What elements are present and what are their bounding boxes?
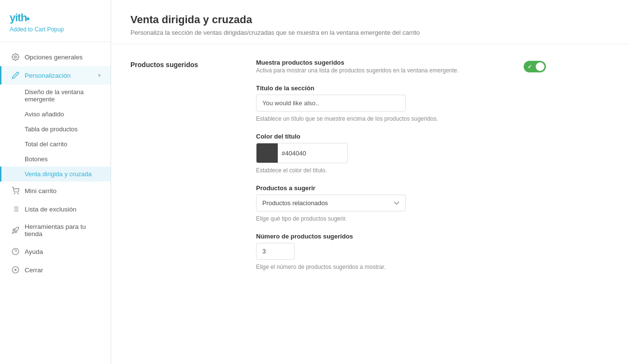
sidebar-logo: yith Added to Cart Popup [0,0,111,38]
sidebar-item-cerrar[interactable]: Cerrar [0,261,111,279]
productos-sugerir-select[interactable]: Productos relacionados Upsells Cross-sel… [256,195,406,211]
page-subtitle: Personaliza la sección de ventas dirigid… [130,29,609,36]
sidebar-item-label: Herramientas para tu tienda [25,223,101,238]
gear-icon [11,53,20,61]
sidebar-item-label: Ayuda [25,248,43,255]
productos-sugerir-description: Elige qué tipo de productos sugerir. [256,215,546,222]
submenu-item-total[interactable]: Total del carrito [0,137,111,152]
titulo-seccion-input[interactable] [256,95,406,112]
list-icon [11,205,20,213]
field-productos-sugerir: Productos a sugerir Productos relacionad… [256,184,546,222]
numero-productos-input[interactable] [256,243,295,260]
toggle-row: Muestra productos sugeridos Activa para … [256,59,546,74]
field-color-titulo: Color del título ↺ Establece el color de… [256,133,546,174]
toggle-info: Muestra productos sugeridos Activa para … [256,59,524,74]
color-hex-input[interactable] [278,150,348,157]
sidebar-item-label: Lista de exclusión [25,206,76,213]
submenu-item-tabla[interactable]: Tabla de productos [0,122,111,137]
rocket-icon [11,226,20,235]
muestra-productos-description: Activa para mostrar una lista de product… [256,67,524,74]
toggle-checkmark: ✓ [528,63,532,70]
field-numero-productos: Número de productos sugeridos Elige el n… [256,233,546,270]
sidebar-item-lista-exclusion[interactable]: Lista de exclusión [0,200,111,218]
color-picker[interactable]: ↺ [256,143,348,163]
logo-dot [27,17,29,20]
sidebar-divider [0,42,111,42]
submenu-item-aviso[interactable]: Aviso añadido [0,107,111,122]
color-swatch [257,143,278,163]
titulo-seccion-description: Establece un título que se muestre encim… [256,115,546,122]
sidebar-item-opciones-generales[interactable]: Opciones generales [0,48,111,66]
sidebar-item-label: Personalización [25,72,71,79]
sidebar-item-label: Mini carrito [25,187,57,195]
submenu-item-label: Total del carrito [25,140,67,148]
help-icon [11,247,20,256]
svg-point-1 [14,193,14,194]
sidebar: yith Added to Cart Popup Opciones genera… [0,0,111,364]
svg-point-0 [14,56,16,58]
section-fields: Muestra productos sugeridos Activa para … [256,59,546,270]
muestra-productos-toggle[interactable]: ✓ [524,61,546,72]
field-titulo-seccion: Título de la sección Establece un título… [256,84,546,122]
productos-sugerir-label: Productos a sugerir [256,184,546,192]
submenu-item-venta-dirigida[interactable]: Venta dirigida y cruzada [0,167,111,182]
color-titulo-label: Color del título [256,133,546,140]
page-header: Venta dirigida y cruzada Personaliza la … [111,0,628,44]
numero-productos-label: Número de productos sugeridos [256,233,546,240]
svg-point-2 [18,193,18,194]
cart-icon [11,186,20,195]
close-circle-icon [11,266,20,274]
app-title: Added to Cart Popup [10,26,101,33]
field-muestra-productos: Muestra productos sugeridos Activa para … [256,59,546,74]
submenu-item-diseno[interactable]: Diseño de la ventana emergente [0,84,111,107]
submenu-item-label: Botones [25,155,48,163]
sidebar-item-label: Cerrar [25,266,43,274]
color-titulo-description: Establece el color del título. [256,167,546,174]
personalizacion-submenu: Diseño de la ventana emergente Aviso aña… [0,84,111,182]
numero-productos-description: Elige el número de productos sugeridos a… [256,264,546,270]
pencil-icon [11,71,20,80]
section-row: Productos sugeridos Muestra productos su… [130,59,609,270]
sidebar-item-label: Opciones generales [25,54,83,61]
submenu-item-label: Diseño de la ventana emergente [25,88,101,103]
sidebar-nav: Opciones generales Personalización ▾ Dis… [0,46,111,354]
titulo-seccion-label: Título de la sección [256,84,546,92]
main-content: Venta dirigida y cruzada Personaliza la … [111,0,628,364]
page-body: Productos sugeridos Muestra productos su… [111,44,628,285]
submenu-item-label: Venta dirigida y cruzada [25,170,92,178]
muestra-productos-label: Muestra productos sugeridos [256,59,524,66]
section-label: Productos sugeridos [130,59,227,69]
sidebar-item-herramientas[interactable]: Herramientas para tu tienda [0,218,111,242]
submenu-item-botones[interactable]: Botones [0,152,111,167]
submenu-item-label: Tabla de productos [25,126,78,133]
sidebar-item-personalizacion[interactable]: Personalización ▾ [0,66,111,84]
sidebar-item-ayuda[interactable]: Ayuda [0,242,111,261]
chevron-down-icon: ▾ [98,72,101,79]
sidebar-item-mini-carrito[interactable]: Mini carrito [0,182,111,200]
submenu-item-label: Aviso añadido [25,111,64,118]
yith-logo: yith [10,12,101,24]
page-title: Venta dirigida y cruzada [130,14,609,26]
